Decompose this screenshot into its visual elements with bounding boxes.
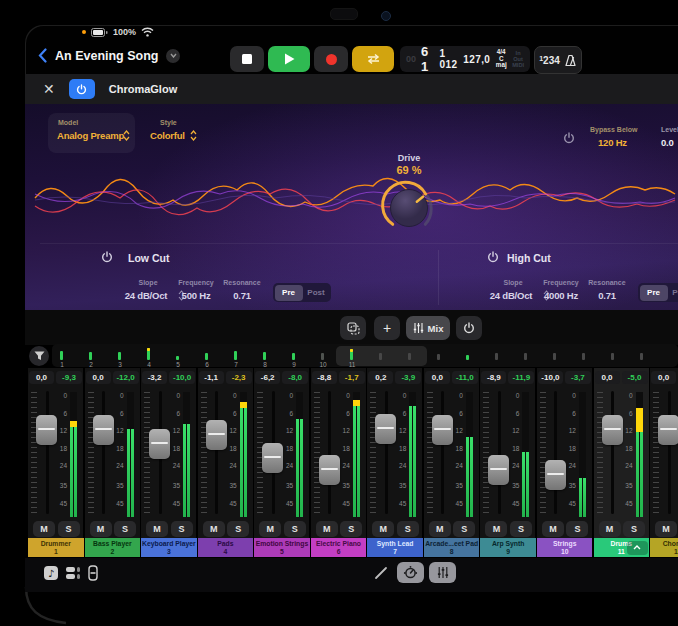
volume-value[interactable]: -1,1 [199,371,224,384]
mute-button[interactable]: M [655,521,677,537]
record-button[interactable] [314,46,348,72]
fader-handle[interactable] [658,415,678,445]
overview-meter [118,352,121,360]
lowcut-resonance-value[interactable]: 0.71 [212,290,272,301]
volume-value[interactable]: -8,8 [312,371,337,384]
solo-button[interactable]: S [284,521,306,537]
track-tab-4[interactable]: Pads4 [198,538,254,557]
mute-button[interactable]: M [259,521,281,537]
solo-button[interactable]: S [58,521,80,537]
lowcut-power-icon[interactable] [101,251,113,263]
controls-view-button[interactable] [397,562,424,583]
solo-button[interactable]: S [171,521,193,537]
solo-button[interactable]: S [340,521,362,537]
metronome-icon[interactable] [564,54,577,67]
db-scale-label: 35 [450,482,463,489]
solo-button[interactable]: S [623,521,645,537]
plugin-power-button[interactable] [69,79,95,99]
song-title[interactable]: An Evening Song [55,49,158,63]
mix-view-button[interactable]: Mix [406,316,450,340]
style-value[interactable]: Colorful [150,130,185,141]
drive-knob[interactable] [379,178,439,238]
solo-button[interactable]: S [453,521,475,537]
highcut-prepost-toggle[interactable]: Pre Post [638,283,678,302]
track-tab-1[interactable]: Drummer1 [28,538,84,557]
mute-button[interactable]: M [429,521,451,537]
mute-button[interactable]: M [372,521,394,537]
copy-button[interactable] [340,316,366,340]
volume-value[interactable]: 0,0 [651,371,676,384]
track-filter-button[interactable] [29,346,49,366]
collapse-chevron-button[interactable] [627,541,648,555]
bypass-power-icon[interactable] [563,132,575,144]
mixer-view-button[interactable] [429,562,456,583]
lowcut-prepost-toggle[interactable]: Pre Post [273,283,331,302]
back-button[interactable] [38,48,47,63]
level-value[interactable]: 0.0 [661,137,674,148]
pencil-icon[interactable] [374,566,388,580]
track-tab-8[interactable]: Arcade...eet Pad8 [424,538,480,557]
overview-track-number: 7 [228,361,244,368]
db-scale-label: 24 [506,462,519,469]
mute-button[interactable]: M [33,521,55,537]
db-scale-label: 6 [111,410,124,417]
mute-button[interactable]: M [542,521,564,537]
volume-value[interactable]: 0,0 [595,371,620,384]
solo-button[interactable]: S [510,521,532,537]
mixer-power-button[interactable] [456,316,482,340]
mute-button[interactable]: M [316,521,338,537]
volume-value[interactable]: 0,0 [425,371,450,384]
fader-handle[interactable] [319,455,340,485]
mute-button[interactable]: M [485,521,507,537]
volume-value[interactable]: 0,0 [29,371,54,384]
highcut-resonance-value[interactable]: 0.71 [577,290,637,301]
track-tab-10[interactable]: Strings10 [537,538,593,557]
track-tab-2[interactable]: Bass Player2 [85,538,141,557]
solo-button[interactable]: S [397,521,419,537]
track-tab-9[interactable]: Arp Synth9 [480,538,536,557]
solo-button[interactable]: S [114,521,136,537]
fader-track [46,391,49,514]
count-in-button[interactable]: 1234 [539,55,560,66]
track-tab-7[interactable]: Synth Lead7 [367,538,423,557]
play-button[interactable] [268,46,310,72]
live-loops-icon[interactable] [65,565,81,581]
lcd-display[interactable]: 00 6 1 1 012 127,0 4/4 C maj In Out MIDI [400,46,530,72]
track-tab-12[interactable]: Chorus V12 [650,538,678,557]
fader-tick-ruler [201,392,207,513]
volume-value[interactable]: 0,0 [86,371,111,384]
stop-button[interactable] [230,46,264,72]
fader-panel-icon[interactable] [87,565,99,581]
volume-value[interactable]: -10,0 [538,371,563,384]
cycle-button[interactable] [352,46,394,72]
mute-button[interactable]: M [203,521,225,537]
track-tab-3[interactable]: Keyboard Player3 [141,538,197,557]
track-tab-6[interactable]: Electric Piano6 [311,538,367,557]
mute-button[interactable]: M [90,521,112,537]
countin-metronome-group[interactable]: 1234 [534,46,582,74]
browser-icon[interactable]: ♪ [43,565,59,581]
bypass-below-value[interactable]: 120 Hz [598,137,627,148]
add-track-button[interactable]: + [374,316,400,340]
mute-button[interactable]: M [146,521,168,537]
post-option[interactable]: Post [668,288,678,297]
mute-button[interactable]: M [599,521,621,537]
volume-value[interactable]: -8,9 [481,371,506,384]
highcut-power-icon[interactable] [487,251,499,263]
volume-value[interactable]: 0,2 [368,371,393,384]
close-icon[interactable]: ✕ [43,82,55,96]
solo-button[interactable]: S [566,521,588,537]
level-value: -11,9 [508,371,534,384]
level-meter-peak [353,400,360,406]
volume-value[interactable]: -6,2 [255,371,280,384]
pre-option[interactable]: Pre [275,285,303,301]
level-meter-right [187,424,190,517]
volume-value[interactable]: -3,2 [142,371,167,384]
track-tab-5[interactable]: Emotion Strings5 [254,538,310,557]
post-option[interactable]: Post [303,288,330,297]
model-value[interactable]: Analog Preamp [57,130,124,141]
solo-button[interactable]: S [227,521,249,537]
song-menu-button[interactable] [166,49,180,63]
pre-option[interactable]: Pre [640,285,668,301]
overview-meter [611,353,614,360]
